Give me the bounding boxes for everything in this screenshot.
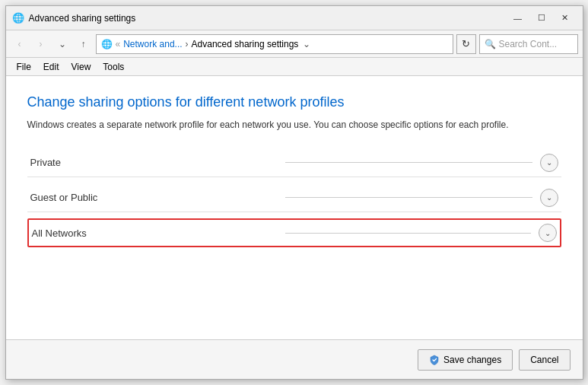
breadcrumb-part2: Advanced sharing settings bbox=[192, 39, 299, 49]
search-icon: 🔍 bbox=[485, 39, 496, 49]
cancel-label: Cancel bbox=[530, 355, 558, 365]
footer: Save changes Cancel bbox=[6, 339, 583, 379]
shield-icon bbox=[429, 355, 440, 365]
private-profile-label: Private bbox=[30, 157, 278, 168]
guest-public-profile-section[interactable]: Guest or Public ⌄ bbox=[27, 183, 561, 212]
window-controls: — ☐ ✕ bbox=[507, 11, 577, 26]
all-networks-profile-section[interactable]: All Networks ⌄ bbox=[27, 218, 561, 247]
cancel-button[interactable]: Cancel bbox=[519, 349, 570, 371]
dropdown-button[interactable]: ⌄ bbox=[53, 35, 72, 53]
search-placeholder: Search Cont... bbox=[499, 39, 558, 49]
up-button[interactable]: ↑ bbox=[75, 35, 93, 53]
guest-public-profile-label: Guest or Public bbox=[30, 192, 278, 203]
window-title: Advanced sharing settings bbox=[29, 13, 507, 24]
network-icon: 🌐 bbox=[101, 39, 113, 49]
menu-view[interactable]: View bbox=[65, 60, 97, 74]
menu-file[interactable]: File bbox=[11, 60, 37, 74]
menu-bar: File Edit View Tools bbox=[6, 58, 583, 76]
address-bar: ‹ › ⌄ ↑ 🌐 « Network and... › Advanced sh… bbox=[6, 30, 583, 58]
forward-button[interactable]: › bbox=[32, 35, 50, 53]
guest-public-chevron-button[interactable]: ⌄ bbox=[540, 189, 558, 207]
save-changes-button[interactable]: Save changes bbox=[418, 349, 513, 371]
menu-tools[interactable]: Tools bbox=[97, 60, 130, 74]
all-networks-chevron-button[interactable]: ⌄ bbox=[539, 224, 557, 242]
private-profile-section[interactable]: Private ⌄ bbox=[27, 148, 561, 177]
back-button[interactable]: ‹ bbox=[11, 35, 29, 53]
private-profile-divider bbox=[285, 162, 532, 163]
close-button[interactable]: ✕ bbox=[554, 11, 577, 26]
page-title: Change sharing options for different net… bbox=[27, 94, 561, 110]
maximize-button[interactable]: ☐ bbox=[530, 11, 553, 26]
window-icon: 🌐 bbox=[12, 12, 24, 24]
title-bar: 🌐 Advanced sharing settings — ☐ ✕ bbox=[6, 6, 583, 30]
address-dropdown-arrow[interactable]: ⌄ bbox=[303, 39, 310, 49]
breadcrumb-separator: › bbox=[186, 39, 189, 49]
all-networks-profile-divider bbox=[285, 233, 531, 234]
private-chevron-button[interactable]: ⌄ bbox=[540, 154, 558, 172]
breadcrumb-part1: Network and... bbox=[123, 39, 182, 49]
guest-public-profile-divider bbox=[285, 197, 532, 198]
main-window: 🌐 Advanced sharing settings — ☐ ✕ ‹ › ⌄ … bbox=[5, 5, 583, 380]
content-area: Change sharing options for different net… bbox=[6, 76, 583, 339]
breadcrumb-prefix: « bbox=[116, 39, 121, 49]
address-box[interactable]: 🌐 « Network and... › Advanced sharing se… bbox=[96, 34, 453, 54]
page-description: Windows creates a separate network profi… bbox=[27, 118, 561, 132]
search-box[interactable]: 🔍 Search Cont... bbox=[479, 34, 578, 54]
all-networks-profile-label: All Networks bbox=[32, 228, 278, 239]
refresh-button[interactable]: ↻ bbox=[456, 34, 476, 54]
save-changes-label: Save changes bbox=[443, 355, 501, 365]
menu-edit[interactable]: Edit bbox=[37, 60, 65, 74]
minimize-button[interactable]: — bbox=[507, 11, 529, 26]
